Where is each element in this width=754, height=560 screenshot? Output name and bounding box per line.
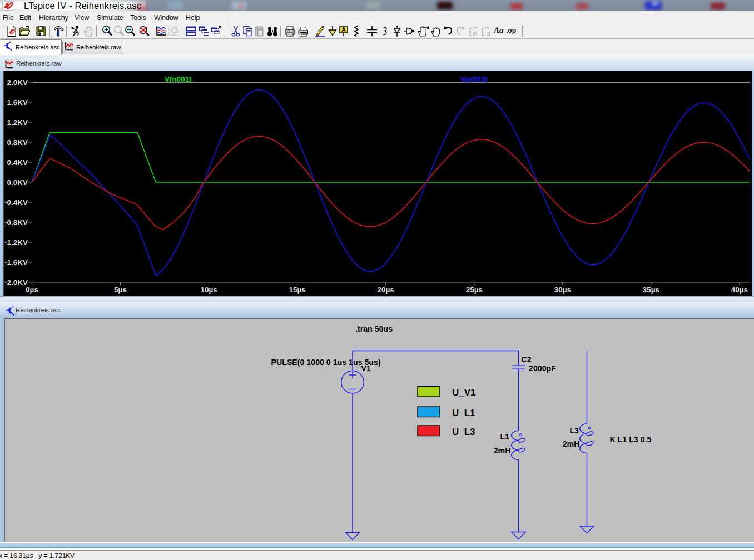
svg-text:5µs: 5µs [114, 286, 127, 294]
svg-text:-0.4KV: -0.4KV [4, 198, 28, 207]
svg-text:C2: C2 [522, 355, 532, 364]
svg-text:0µs: 0µs [26, 286, 38, 294]
svg-text:V1: V1 [361, 364, 371, 373]
svg-text:2.0KV: 2.0KV [7, 78, 28, 87]
svg-text:35µs: 35µs [643, 286, 659, 294]
svg-text:25µs: 25µs [466, 286, 483, 294]
svg-text:40µs: 40µs [731, 286, 748, 294]
svg-text:.tran 50us: .tran 50us [355, 324, 393, 333]
svg-text:10µs: 10µs [200, 286, 217, 294]
svg-text:L1: L1 [500, 432, 509, 441]
svg-text:15µs: 15µs [289, 286, 305, 294]
svg-text:U_L3: U_L3 [452, 427, 475, 437]
svg-text:1.2KV: 1.2KV [7, 118, 28, 127]
svg-text:-2.0KV: -2.0KV [4, 278, 28, 287]
svg-text:0.4KV: 0.4KV [7, 158, 28, 167]
svg-text:U_L1: U_L1 [452, 408, 475, 418]
svg-text:20µs: 20µs [378, 286, 394, 294]
svg-text:0.8KV: 0.8KV [7, 138, 28, 147]
svg-text:-1.2KV: -1.2KV [4, 238, 28, 247]
svg-text:0.0KV: 0.0KV [7, 178, 28, 187]
svg-text:-1.6KV: -1.6KV [4, 258, 28, 267]
svg-text:2mH: 2mH [563, 439, 580, 448]
svg-text:L3: L3 [569, 426, 579, 435]
svg-text:A: A [341, 27, 345, 33]
svg-text:V(n003): V(n003) [460, 75, 488, 83]
svg-text:-0.8KV: -0.8KV [4, 218, 28, 227]
svg-text:U_V1: U_V1 [452, 387, 476, 398]
svg-text:K L1 L3 0.5: K L1 L3 0.5 [610, 435, 652, 444]
svg-text:1.6KV: 1.6KV [7, 98, 28, 107]
svg-text:30µs: 30µs [554, 286, 571, 294]
svg-text:2000pF: 2000pF [529, 364, 556, 373]
svg-text:V(n001): V(n001) [165, 75, 192, 83]
svg-text:2mH: 2mH [494, 446, 511, 455]
